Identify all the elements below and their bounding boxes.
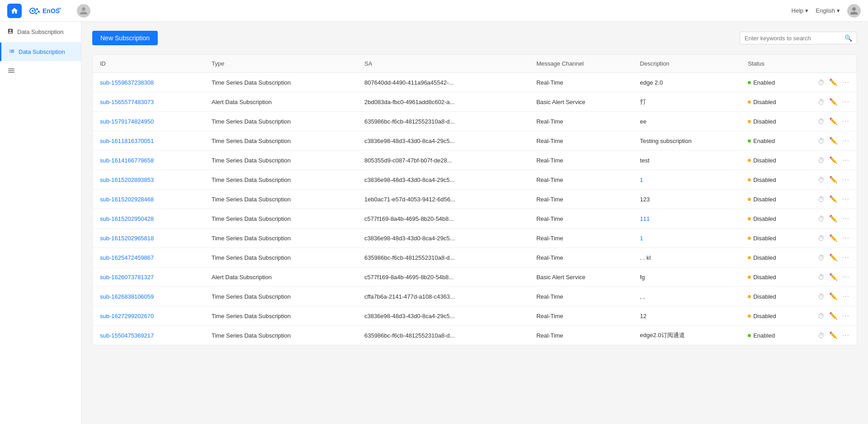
more-icon[interactable]: ···: [842, 176, 849, 184]
table-row: sub-1615202928468 Time Series Data Subsc…: [93, 190, 857, 209]
search-input[interactable]: [745, 35, 842, 42]
clock-icon[interactable]: ⏱: [818, 176, 825, 184]
clock-icon[interactable]: ⏱: [818, 254, 825, 262]
clock-icon[interactable]: ⏱: [818, 98, 825, 106]
more-icon[interactable]: ···: [842, 137, 849, 145]
subscription-id-link[interactable]: sub-1615202950428: [100, 215, 154, 222]
cell-status: Disabled: [741, 229, 810, 248]
subscription-header-icon: [7, 28, 14, 36]
subscription-id-link[interactable]: sub-1611816370051: [100, 138, 154, 144]
cell-id: sub-1615202893853: [93, 170, 204, 190]
subscription-id-link[interactable]: sub-1615202965818: [100, 235, 154, 242]
status-text: Disabled: [753, 196, 776, 203]
more-icon[interactable]: ···: [842, 214, 849, 223]
home-icon[interactable]: [7, 4, 22, 18]
cell-status: Disabled: [741, 151, 810, 170]
subscription-id-link[interactable]: sub-1614166779658: [100, 157, 154, 164]
language-button[interactable]: English ▾: [816, 7, 840, 14]
sidebar-item-data-subscription[interactable]: Data Subscription: [0, 43, 81, 61]
description-text: 123: [640, 196, 650, 203]
more-icon[interactable]: ···: [842, 234, 849, 242]
edit-icon[interactable]: ✏️: [829, 253, 838, 262]
more-icon[interactable]: ···: [842, 195, 849, 203]
subscription-id-link[interactable]: sub-1626838106059: [100, 293, 154, 300]
edit-icon[interactable]: ✏️: [829, 156, 838, 164]
edit-icon[interactable]: ✏️: [829, 195, 838, 203]
clock-icon[interactable]: ⏱: [818, 234, 825, 242]
edit-icon[interactable]: ✏️: [829, 176, 838, 184]
cell-sa: 2bd083da-fbc0-4961add8c602-a...: [357, 92, 529, 112]
svg-line-6: [37, 9, 39, 12]
more-icon[interactable]: ···: [842, 117, 849, 125]
clock-icon[interactable]: ⏱: [818, 118, 825, 125]
cell-description: 111: [633, 209, 741, 229]
description-link[interactable]: 111: [640, 215, 650, 222]
cell-id: sub-1579174824950: [93, 112, 204, 131]
hamburger-icon[interactable]: [0, 61, 81, 81]
edit-icon[interactable]: ✏️: [829, 137, 838, 145]
status-dot: [748, 178, 751, 181]
clock-icon[interactable]: ⏱: [818, 137, 825, 145]
cell-action-buttons: ⏱ ✏️ ···: [811, 112, 857, 131]
cell-channel: Real-Time: [529, 112, 632, 131]
more-icon[interactable]: ···: [842, 273, 849, 281]
status-text: Disabled: [753, 293, 776, 300]
cell-type: Time Series Data Subscription: [204, 248, 357, 267]
clock-icon[interactable]: ⏱: [818, 79, 825, 86]
clock-icon[interactable]: ⏱: [818, 273, 825, 281]
more-icon[interactable]: ···: [842, 331, 849, 339]
cell-action-buttons: ⏱ ✏️ ···: [811, 326, 857, 345]
table-row: sub-1627299202670 Time Series Data Subsc…: [93, 306, 857, 326]
new-subscription-button[interactable]: New Subscription: [92, 31, 158, 45]
cell-status: Enabled: [741, 326, 810, 345]
edit-icon[interactable]: ✏️: [829, 98, 838, 106]
status-text: Disabled: [753, 118, 776, 125]
cell-type: Alert Data Subscription: [204, 92, 357, 112]
clock-icon[interactable]: ⏱: [818, 332, 825, 339]
main-layout: Data Subscription Data Subscription New …: [0, 22, 868, 424]
more-icon[interactable]: ···: [842, 78, 849, 86]
clock-icon[interactable]: ⏱: [818, 312, 825, 320]
subscription-id-link[interactable]: sub-1565577483073: [100, 99, 154, 105]
clock-icon[interactable]: ⏱: [818, 195, 825, 203]
status-text: Disabled: [753, 235, 776, 242]
description-link[interactable]: 1: [640, 235, 643, 242]
cell-type: Time Series Data Subscription: [204, 306, 357, 326]
subscription-id-link[interactable]: sub-1615202893853: [100, 176, 154, 183]
edit-icon[interactable]: ✏️: [829, 292, 838, 300]
description-link[interactable]: 1: [640, 176, 643, 183]
subscription-id-link[interactable]: sub-1626073781327: [100, 274, 154, 281]
clock-icon[interactable]: ⏱: [818, 215, 825, 223]
more-icon[interactable]: ···: [842, 98, 849, 106]
edit-icon[interactable]: ✏️: [829, 312, 838, 320]
cell-status: Disabled: [741, 287, 810, 306]
description-text: edge 2.0: [640, 79, 663, 86]
edit-icon[interactable]: ✏️: [829, 78, 838, 86]
clock-icon[interactable]: ⏱: [818, 293, 825, 300]
description-text: 打: [640, 98, 646, 105]
clock-icon[interactable]: ⏱: [818, 157, 825, 164]
cell-status: Disabled: [741, 209, 810, 229]
user-avatar[interactable]: [847, 4, 861, 18]
more-icon[interactable]: ···: [842, 312, 849, 320]
table-row: sub-1559637238308 Time Series Data Subsc…: [93, 73, 857, 92]
edit-icon[interactable]: ✏️: [829, 234, 838, 242]
subscription-id-link[interactable]: sub-1579174824950: [100, 118, 154, 125]
subscription-id-link[interactable]: sub-1559637238308: [100, 79, 154, 86]
more-icon[interactable]: ···: [842, 156, 849, 164]
avatar[interactable]: [77, 4, 90, 18]
subscription-id-link[interactable]: sub-1625472459867: [100, 254, 154, 261]
help-button[interactable]: Help ▾: [792, 7, 809, 14]
edit-icon[interactable]: ✏️: [829, 331, 838, 339]
more-icon[interactable]: ···: [842, 253, 849, 262]
subscription-id-link[interactable]: sub-1627299202670: [100, 313, 154, 319]
edit-icon[interactable]: ✏️: [829, 117, 838, 125]
subscription-id-link[interactable]: sub-1615202928468: [100, 196, 154, 203]
edit-icon[interactable]: ✏️: [829, 273, 838, 281]
svg-text:™: ™: [57, 7, 61, 12]
subscription-id-link[interactable]: sub-1550475369217: [100, 332, 154, 339]
cell-description: 打: [633, 92, 741, 112]
edit-icon[interactable]: ✏️: [829, 214, 838, 223]
status-dot: [748, 139, 751, 143]
more-icon[interactable]: ···: [842, 292, 849, 300]
